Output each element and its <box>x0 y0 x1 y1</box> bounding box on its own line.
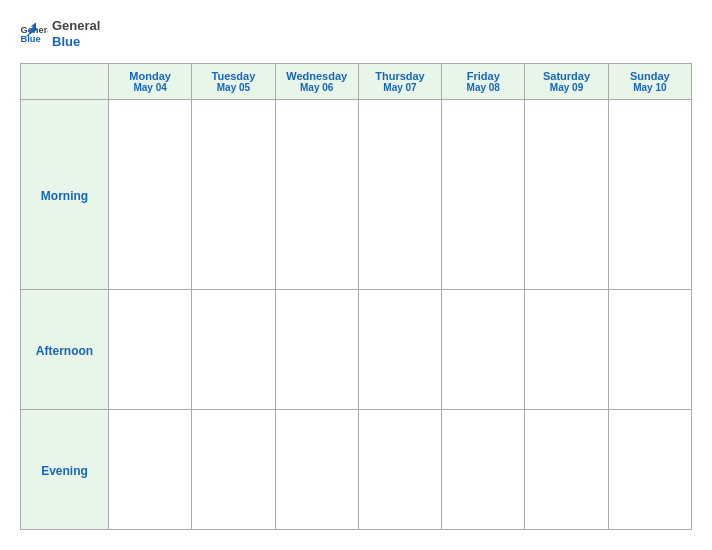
cell-afternoon-wednesday[interactable] <box>275 290 358 410</box>
row-label-evening: Evening <box>21 410 109 530</box>
cell-afternoon-monday[interactable] <box>109 290 192 410</box>
header-cell-monday: MondayMay 04 <box>109 64 192 100</box>
cell-evening-friday[interactable] <box>442 410 525 530</box>
day-label: Wednesday <box>278 70 356 82</box>
cell-evening-saturday[interactable] <box>525 410 608 530</box>
cell-evening-thursday[interactable] <box>358 410 441 530</box>
row-label-morning: Morning <box>21 100 109 290</box>
date-label: May 05 <box>194 82 272 93</box>
date-label: May 09 <box>527 82 605 93</box>
header-cell-sunday: SundayMay 10 <box>608 64 691 100</box>
header-cell-tuesday: TuesdayMay 05 <box>192 64 275 100</box>
cell-morning-monday[interactable] <box>109 100 192 290</box>
row-label-text: Afternoon <box>36 344 93 358</box>
cell-morning-tuesday[interactable] <box>192 100 275 290</box>
cell-afternoon-saturday[interactable] <box>525 290 608 410</box>
row-evening: Evening <box>21 410 692 530</box>
row-label-text: Evening <box>41 464 88 478</box>
date-label: May 10 <box>611 82 689 93</box>
header-cell-label <box>21 64 109 100</box>
logo: General Blue General Blue <box>20 18 100 49</box>
logo-text-general: General <box>52 18 100 34</box>
date-label: May 08 <box>444 82 522 93</box>
planner-table: MondayMay 04TuesdayMay 05WednesdayMay 06… <box>20 63 692 530</box>
row-morning: Morning <box>21 100 692 290</box>
header-cell-friday: FridayMay 08 <box>442 64 525 100</box>
logo-text-blue: Blue <box>52 34 100 50</box>
day-label: Tuesday <box>194 70 272 82</box>
cell-morning-saturday[interactable] <box>525 100 608 290</box>
day-label: Saturday <box>527 70 605 82</box>
page-header: General Blue General Blue <box>20 18 692 49</box>
cell-evening-sunday[interactable] <box>608 410 691 530</box>
cell-evening-tuesday[interactable] <box>192 410 275 530</box>
cell-morning-friday[interactable] <box>442 100 525 290</box>
cell-afternoon-sunday[interactable] <box>608 290 691 410</box>
header-cell-thursday: ThursdayMay 07 <box>358 64 441 100</box>
cell-afternoon-thursday[interactable] <box>358 290 441 410</box>
row-afternoon: Afternoon <box>21 290 692 410</box>
cell-morning-sunday[interactable] <box>608 100 691 290</box>
day-label: Friday <box>444 70 522 82</box>
day-label: Sunday <box>611 70 689 82</box>
header-cell-wednesday: WednesdayMay 06 <box>275 64 358 100</box>
general-blue-logo-icon: General Blue <box>20 23 48 45</box>
cell-morning-wednesday[interactable] <box>275 100 358 290</box>
header-cell-saturday: SaturdayMay 09 <box>525 64 608 100</box>
date-label: May 04 <box>111 82 189 93</box>
date-label: May 06 <box>278 82 356 93</box>
date-label: May 07 <box>361 82 439 93</box>
svg-text:Blue: Blue <box>20 34 40 44</box>
cell-afternoon-tuesday[interactable] <box>192 290 275 410</box>
cell-evening-wednesday[interactable] <box>275 410 358 530</box>
day-label: Thursday <box>361 70 439 82</box>
cell-evening-monday[interactable] <box>109 410 192 530</box>
row-label-text: Morning <box>41 189 88 203</box>
cell-afternoon-friday[interactable] <box>442 290 525 410</box>
row-label-afternoon: Afternoon <box>21 290 109 410</box>
cell-morning-thursday[interactable] <box>358 100 441 290</box>
header-row: MondayMay 04TuesdayMay 05WednesdayMay 06… <box>21 64 692 100</box>
day-label: Monday <box>111 70 189 82</box>
